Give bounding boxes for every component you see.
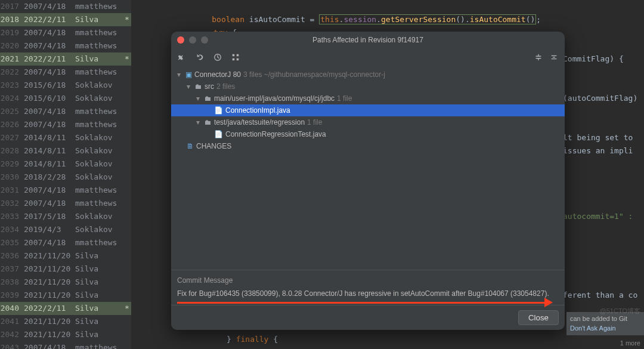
collapse-icon[interactable]: [549, 52, 559, 62]
blame-row[interactable]: 20232015/6/18Soklakov: [0, 79, 131, 92]
annotation-arrow: [177, 299, 553, 307]
group-icon[interactable]: [231, 52, 240, 62]
blame-row[interactable]: 20422021/11/20Silva: [0, 328, 131, 341]
git-notification[interactable]: can be added to Git Don't Ask Again: [566, 312, 644, 335]
blame-row[interactable]: 20242015/6/10Soklakov: [0, 92, 131, 105]
dialog-title: Paths Affected in Revision 9f14917: [171, 36, 565, 44]
tree-root[interactable]: ▾▣ ConnectorJ 80 3 files ~/githubnamespa…: [171, 69, 565, 81]
blame-row[interactable]: 20302018/2/28Soklakov: [0, 171, 131, 184]
blame-row[interactable]: 20222007/4/18mmatthews: [0, 66, 131, 79]
svg-rect-4: [237, 58, 239, 61]
blame-row[interactable]: 20292014/8/11Soklakov: [0, 157, 131, 171]
blame-gutter: 20172007/4/18mmatthews20182022/2/11Silva…: [0, 0, 131, 349]
blame-row[interactable]: 20372021/11/20Silva: [0, 262, 131, 276]
dialog-footer: Close: [171, 305, 565, 330]
blame-row[interactable]: 20252007/4/18mmatthews: [0, 105, 131, 118]
blame-row[interactable]: 20342019/4/3Soklakov: [0, 223, 131, 236]
blame-row[interactable]: 20322007/4/18mmatthews: [0, 197, 131, 210]
blame-row[interactable]: 20332017/5/18Soklakov: [0, 210, 131, 223]
window-close-dot[interactable]: [177, 36, 184, 44]
tree-changes[interactable]: 🗎 CHANGES: [171, 140, 565, 152]
blame-row[interactable]: 20192007/4/18mmatthews: [0, 26, 131, 39]
dont-ask-link[interactable]: Don't Ask Again: [570, 324, 640, 333]
blame-row[interactable]: 20212022/2/11Silva*: [0, 52, 131, 66]
more-notifications[interactable]: 1 more: [620, 339, 640, 347]
blame-row[interactable]: 20412021/11/20Silva: [0, 315, 131, 328]
blame-row[interactable]: 20432007/4/18mmatthews: [0, 341, 131, 349]
blame-row[interactable]: 20382021/11/20Silva: [0, 276, 131, 289]
tree-file-connectionimpl[interactable]: 📄 ConnectionImpl.java: [171, 104, 565, 116]
blame-row[interactable]: 20282014/8/11Soklakov: [0, 144, 131, 157]
blame-row[interactable]: 20202007/4/18mmatthews: [0, 39, 131, 52]
dialog-toolbar: [171, 48, 565, 66]
history-icon[interactable]: [213, 52, 222, 62]
blame-row[interactable]: 20312007/4/18mmatthews: [0, 184, 131, 197]
dialog-titlebar[interactable]: Paths Affected in Revision 9f14917: [171, 32, 565, 48]
tree-file-regression[interactable]: 📄 ConnectionRegressionTest.java: [171, 128, 565, 140]
blame-row[interactable]: 20262007/4/18mmatthews: [0, 118, 131, 131]
svg-rect-1: [233, 54, 235, 57]
blame-row[interactable]: 20392021/11/20Silva: [0, 289, 131, 302]
tree-src[interactable]: ▾🖿 src 2 files: [171, 81, 565, 92]
window-min-dot[interactable]: [189, 36, 196, 44]
close-button[interactable]: Close: [518, 310, 559, 325]
blame-row[interactable]: 20362021/11/20Silva: [0, 249, 131, 262]
paths-affected-dialog: Paths Affected in Revision 9f14917 ▾▣ Co…: [171, 32, 565, 330]
commit-message-text: Fix for Bug#106435 (33850099), 8.0.28 Co…: [177, 288, 559, 299]
blame-row[interactable]: 20182022/2/11Silva*: [0, 13, 131, 26]
svg-rect-2: [237, 54, 239, 57]
code-overflow: CommitFlag) { (autoCommitFlag) lt being …: [563, 0, 640, 302]
undo-icon[interactable]: [195, 52, 205, 62]
blame-row[interactable]: 20272014/8/11Soklakov: [0, 131, 131, 144]
commit-message-section: Commit Message Fix for Bug#106435 (33850…: [171, 270, 565, 305]
commit-message-label: Commit Message: [177, 276, 559, 285]
blame-row[interactable]: 20402022/2/11Silva*: [0, 302, 131, 315]
svg-rect-3: [233, 58, 235, 61]
tree-main[interactable]: ▾🖿 main/user-impl/java/com/mysql/cj/jdbc…: [171, 92, 565, 104]
pin-icon[interactable]: [177, 52, 187, 62]
expand-icon[interactable]: [534, 52, 543, 62]
tree-test[interactable]: ▾🖿 test/java/testsuite/regression 1 file: [171, 116, 565, 128]
blame-row[interactable]: 20352007/4/18mmatthews: [0, 236, 131, 249]
file-tree[interactable]: ▾▣ ConnectorJ 80 3 files ~/githubnamespa…: [171, 66, 565, 270]
blame-row[interactable]: 20172007/4/18mmatthews: [0, 0, 131, 13]
watermark: @51CTO博客: [600, 307, 640, 316]
window-max-dot[interactable]: [201, 36, 208, 44]
